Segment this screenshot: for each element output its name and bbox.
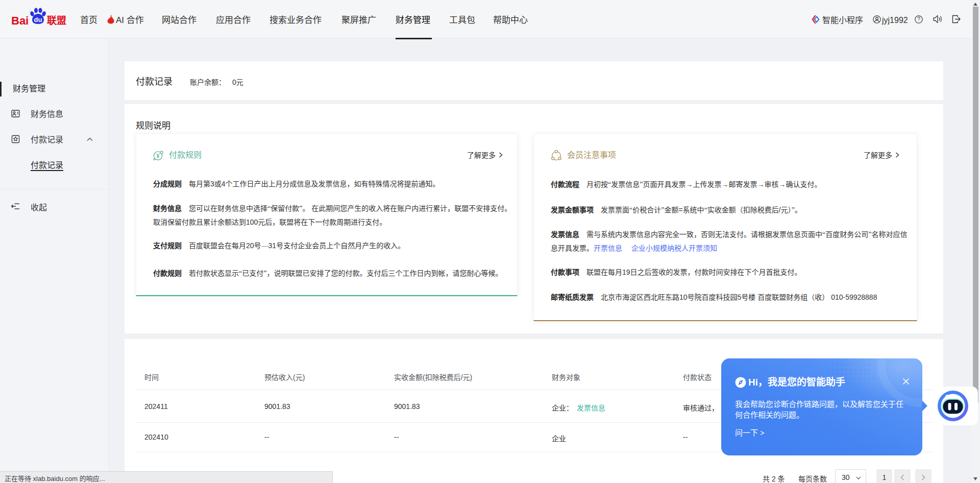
svg-text:?: ? [917,16,920,22]
svg-text:du: du [34,16,42,23]
